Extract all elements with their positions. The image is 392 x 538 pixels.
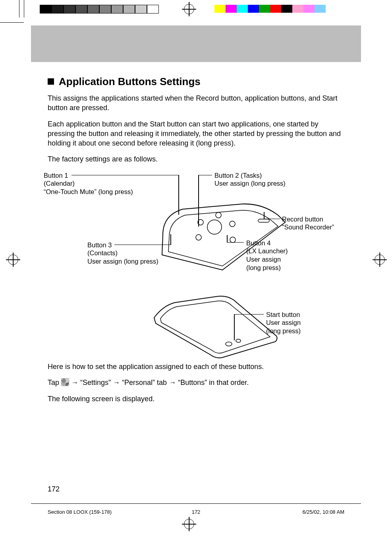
callout-line: User assign (long press) xyxy=(214,179,286,188)
swatch xyxy=(315,5,326,13)
page-number: 172 xyxy=(48,485,60,493)
leader-line xyxy=(234,314,264,315)
leader-line xyxy=(170,234,171,245)
callout-line: “One-Touch Mute” (long press) xyxy=(44,188,133,196)
swatch xyxy=(147,5,159,14)
page-content: Application Buttons Settings This assign… xyxy=(48,76,344,374)
registration-mark-icon xyxy=(184,519,194,529)
device-side-illustration xyxy=(151,295,278,358)
swatch xyxy=(87,5,99,14)
page: Application Buttons Settings This assign… xyxy=(0,0,392,538)
callout-line: User assign xyxy=(266,319,301,327)
leader-line xyxy=(264,212,265,219)
footer-rule xyxy=(31,503,361,504)
crop-mark-icon xyxy=(19,0,19,17)
swatch xyxy=(259,5,270,13)
leader-line xyxy=(71,175,179,176)
callout-line: (Calendar) xyxy=(44,179,133,188)
leader-line xyxy=(227,235,228,243)
swatch xyxy=(52,5,64,14)
swatch xyxy=(111,5,123,14)
crop-mark-icon xyxy=(0,22,24,23)
registration-mark-icon xyxy=(184,4,194,14)
callout-line: (long press) xyxy=(266,327,301,335)
intro-paragraph-3: The factory settings are as follows. xyxy=(48,154,344,164)
leader-line xyxy=(198,175,199,227)
tap-suffix: → “Settings” → “Personal” tab → “Buttons… xyxy=(71,379,249,387)
start-menu-icon xyxy=(61,378,69,386)
leader-line xyxy=(178,175,179,215)
footer-page: 172 xyxy=(192,509,201,515)
intro-paragraph-1: This assigns the applications started wh… xyxy=(48,93,344,113)
instruction-line-1: Here is how to set the application assig… xyxy=(48,362,344,371)
callout-button-4: Button 4 (LX Launcher) User assign (long… xyxy=(246,239,288,272)
grayscale-calibration-bar xyxy=(40,5,159,14)
swatch xyxy=(281,5,292,13)
instruction-line-3: The following screen is displayed. xyxy=(48,394,344,404)
footer-datetime: 6/25/02, 10:08 AM xyxy=(302,509,344,515)
swatch xyxy=(64,5,75,14)
swatch xyxy=(248,5,259,13)
crop-mark-icon xyxy=(24,0,24,17)
print-footer: Section 08 LOOX (159-178) 172 6/25/02, 1… xyxy=(48,509,344,515)
callout-line: Record button xyxy=(282,215,334,223)
swatch xyxy=(135,5,147,14)
registration-mark-icon xyxy=(8,254,18,265)
section-heading-text: Application Buttons Settings xyxy=(59,76,201,87)
leader-line xyxy=(227,242,244,243)
instruction-block: Here is how to set the application assig… xyxy=(48,362,344,410)
section-heading: Application Buttons Settings xyxy=(48,76,344,88)
swatch xyxy=(75,5,87,14)
button-layout-diagram: Button 1 (Calendar) “One-Touch Mute” (lo… xyxy=(48,171,344,374)
swatch xyxy=(270,5,281,13)
callout-line: Button 2 (Tasks) xyxy=(214,171,286,180)
chapter-header-band xyxy=(31,25,361,62)
callout-line: User assign xyxy=(246,255,288,264)
leader-line xyxy=(264,219,280,219)
swatch xyxy=(214,5,226,13)
swatch xyxy=(303,5,315,13)
tap-prefix: Tap xyxy=(48,379,61,387)
callout-line: (long press) xyxy=(246,264,288,272)
color-calibration-bar xyxy=(214,5,326,13)
callout-start-button: Start button User assign (long press) xyxy=(266,311,301,335)
callout-line: (Contacts) xyxy=(87,249,158,257)
callout-line: “Sound Recorder” xyxy=(282,223,334,231)
square-bullet-icon xyxy=(48,78,54,85)
swatch xyxy=(237,5,248,13)
leader-line xyxy=(234,314,235,340)
footer-section: Section 08 LOOX (159-178) xyxy=(48,509,112,515)
leader-line xyxy=(114,245,171,245)
leader-line xyxy=(199,175,212,176)
swatch xyxy=(292,5,303,13)
callout-line: Button 4 xyxy=(246,239,288,247)
callout-record-button: Record button “Sound Recorder” xyxy=(282,215,334,231)
registration-mark-icon xyxy=(375,254,385,265)
intro-paragraph-2: Each application button and the Start bu… xyxy=(48,119,344,148)
callout-line: (LX Launcher) xyxy=(246,247,288,255)
callout-button-2: Button 2 (Tasks) User assign (long press… xyxy=(214,171,286,188)
swatch xyxy=(99,5,111,14)
callout-line: User assign (long press) xyxy=(87,257,158,266)
swatch xyxy=(40,5,52,14)
swatch xyxy=(226,5,237,13)
swatch xyxy=(123,5,135,14)
callout-line: Start button xyxy=(266,311,301,319)
instruction-line-2: Tap → “Settings” → “Personal” tab → “But… xyxy=(48,378,344,387)
